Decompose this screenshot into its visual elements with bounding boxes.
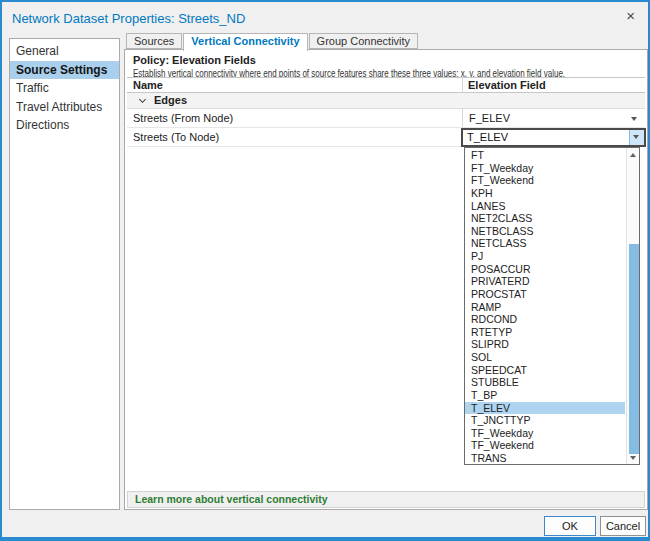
combo-value: T_ELEV xyxy=(467,131,508,143)
table-row-streets-from-node: Streets (From Node) F_ELEV xyxy=(127,109,645,128)
dropdown-option[interactable]: NETCLASS xyxy=(465,237,625,250)
dropdown-option[interactable]: FT xyxy=(465,149,625,162)
content-panel: Policy: Elevation Fields Establish verti… xyxy=(124,49,648,510)
elevation-field-combo-to-node[interactable]: T_ELEV xyxy=(461,128,646,147)
combo-value: F_ELEV xyxy=(469,112,510,124)
chevron-down-icon xyxy=(139,96,146,103)
dropdown-option[interactable]: POSACCUR xyxy=(465,263,625,276)
ok-button[interactable]: OK xyxy=(544,516,596,536)
cancel-button[interactable]: Cancel xyxy=(600,516,646,536)
close-icon[interactable]: × xyxy=(626,8,635,23)
dropdown-option[interactable]: RAMP xyxy=(465,301,625,314)
dropdown-option[interactable]: T_JNCTTYP xyxy=(465,414,625,427)
dropdown-option[interactable]: FT_Weekend xyxy=(465,174,625,187)
tab-sources[interactable]: Sources xyxy=(126,33,182,49)
dropdown-option[interactable]: SPEEDCAT xyxy=(465,364,625,377)
dropdown-option[interactable]: TF_Weekday xyxy=(465,427,625,440)
scrollbar-thumb[interactable] xyxy=(629,244,639,454)
dropdown-option[interactable]: STUBBLE xyxy=(465,376,625,389)
dropdown-option[interactable]: PJ xyxy=(465,250,625,263)
dropdown-option[interactable]: TRANS xyxy=(465,452,625,463)
elevation-field-dropdown-list: FTFT_WeekdayFT_WeekendKPHLANESNET2CLASSN… xyxy=(464,147,640,465)
policy-title: Policy: Elevation Fields xyxy=(133,54,256,66)
dropdown-option[interactable]: T_BP xyxy=(465,389,625,402)
sidebar-item-directions[interactable]: Directions xyxy=(10,116,119,135)
dropdown-option[interactable]: RTETYP xyxy=(465,326,625,339)
scroll-down-arrow-icon[interactable] xyxy=(627,452,639,463)
sidebar-item-general[interactable]: General xyxy=(10,42,119,61)
dropdown-option[interactable]: SOL xyxy=(465,351,625,364)
sidebar-item-travel-attributes[interactable]: Travel Attributes xyxy=(10,98,119,117)
dropdown-option[interactable]: KPH xyxy=(465,187,625,200)
dropdown-option[interactable]: PROCSTAT xyxy=(465,288,625,301)
dropdown-option[interactable]: T_ELEV xyxy=(465,402,625,415)
column-header-name: Name xyxy=(133,79,163,91)
sidebar-item-source-settings[interactable]: Source Settings xyxy=(10,61,119,80)
sidebar: GeneralSource SettingsTrafficTravel Attr… xyxy=(9,38,120,510)
dropdown-option[interactable]: TF_Weekend xyxy=(465,439,625,452)
dropdown-option[interactable]: NET2CLASS xyxy=(465,212,625,225)
row-name-label: Streets (From Node) xyxy=(133,112,233,124)
tab-group-connectivity[interactable]: Group Connectivity xyxy=(309,33,419,49)
tab-vertical-connectivity[interactable]: Vertical Connectivity xyxy=(183,33,307,51)
dropdown-option[interactable]: FT_Weekday xyxy=(465,162,625,175)
learn-more-strip: Learn more about vertical connectivity xyxy=(127,491,645,508)
sidebar-item-traffic[interactable]: Traffic xyxy=(10,79,119,98)
elevation-field-combo-from-node[interactable]: F_ELEV xyxy=(462,109,645,127)
row-name-label: Streets (To Node) xyxy=(133,131,219,143)
dropdown-option[interactable]: SLIPRD xyxy=(465,338,625,351)
dropdown-option[interactable]: LANES xyxy=(465,200,625,213)
chevron-down-icon xyxy=(633,135,639,139)
column-header-elevation-field: Elevation Field xyxy=(468,79,546,91)
dropdown-options: FTFT_WeekdayFT_WeekendKPHLANESNET2CLASSN… xyxy=(465,149,625,463)
network-dataset-properties-dialog: Network Dataset Properties: Streets_ND ×… xyxy=(0,0,650,541)
table-header: Name Elevation Field xyxy=(127,77,645,93)
chevron-down-icon xyxy=(631,117,637,121)
edges-group-row[interactable]: Edges xyxy=(127,93,645,109)
edges-group-label: Edges xyxy=(154,94,187,106)
dropdown-option[interactable]: NETBCLASS xyxy=(465,225,625,238)
dropdown-option[interactable]: RDCOND xyxy=(465,313,625,326)
learn-more-link[interactable]: Learn more about vertical connectivity xyxy=(135,493,328,505)
combo-dropdown-button[interactable] xyxy=(629,130,644,145)
scroll-up-arrow-icon[interactable] xyxy=(627,149,639,160)
tab-bar: Sources Vertical Connectivity Group Conn… xyxy=(126,33,419,51)
dropdown-scrollbar[interactable] xyxy=(626,148,639,464)
dialog-title: Network Dataset Properties: Streets_ND xyxy=(12,11,245,26)
dropdown-option[interactable]: PRIVATERD xyxy=(465,275,625,288)
